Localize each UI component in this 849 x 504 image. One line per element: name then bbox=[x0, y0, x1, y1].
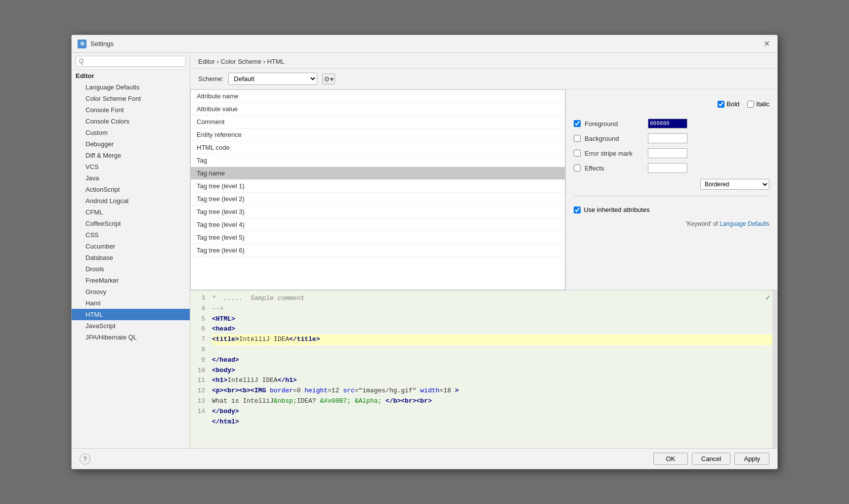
token-attribute-name[interactable]: Attribute name bbox=[191, 90, 565, 103]
sidebar-item-console-font[interactable]: Console Font bbox=[72, 104, 190, 116]
sidebar-item-freemarker[interactable]: FreeMarker bbox=[72, 275, 190, 286]
sidebar-item-cfml[interactable]: CFML bbox=[72, 207, 190, 218]
sidebar-item-custom[interactable]: Custom bbox=[72, 127, 190, 138]
foreground-row: Foreground 000080 bbox=[574, 119, 769, 128]
dialog-title: Settings bbox=[90, 40, 114, 47]
close-button[interactable]: ✕ bbox=[762, 39, 771, 49]
sidebar-item-vcs[interactable]: VCS bbox=[72, 161, 190, 172]
sidebar-item-css[interactable]: CSS bbox=[72, 229, 190, 241]
foreground-checkbox[interactable] bbox=[574, 120, 581, 127]
error-stripe-label: Error stripe mark bbox=[585, 150, 644, 157]
background-label: Background bbox=[585, 135, 644, 142]
sidebar-item-java[interactable]: Java bbox=[72, 172, 190, 184]
settings-dialog: ⚙ Settings ✕ Editor Language Defaults Co… bbox=[71, 35, 778, 469]
keyword-note: 'Keyword' of Language Defaults bbox=[574, 220, 769, 227]
italic-text: Italic bbox=[756, 100, 769, 108]
title-bar: ⚙ Settings ✕ bbox=[72, 35, 777, 53]
inherited-checkbox[interactable] bbox=[574, 207, 581, 213]
sidebar-item-jpa[interactable]: JPA/Hibernate QL bbox=[72, 332, 190, 343]
foreground-hex: 000080 bbox=[648, 120, 671, 127]
error-stripe-color-box[interactable] bbox=[648, 148, 687, 158]
of-text: of bbox=[713, 220, 718, 227]
bold-checkbox[interactable] bbox=[718, 101, 724, 108]
code-content: * ..... Sample comment --> <HTML> <head>… bbox=[208, 291, 777, 448]
italic-label[interactable]: Italic bbox=[747, 100, 769, 108]
token-comment[interactable]: Comment bbox=[191, 116, 565, 128]
scheme-label: Scheme: bbox=[198, 75, 223, 83]
token-tag[interactable]: Tag bbox=[191, 154, 565, 167]
inherited-label: Use inherited attributes bbox=[584, 206, 650, 213]
preview-checkmark: ✓ bbox=[765, 293, 770, 302]
italic-checkbox[interactable] bbox=[747, 101, 754, 108]
help-button[interactable]: ? bbox=[80, 454, 90, 464]
keyword-text: 'Keyword' bbox=[686, 220, 711, 227]
token-html-code[interactable]: HTML code bbox=[191, 141, 565, 154]
editor-area: Attribute name Attribute value Comment E… bbox=[190, 89, 777, 290]
bold-label[interactable]: Bold bbox=[718, 100, 739, 108]
sidebar-item-color-scheme-font[interactable]: Color Scheme Font bbox=[72, 93, 190, 104]
effects-row: Effects bbox=[574, 163, 769, 173]
ok-button[interactable]: OK bbox=[653, 453, 688, 465]
language-defaults-link[interactable]: Language Defaults bbox=[720, 220, 769, 227]
preview-area: ✓ 34567891011121314 * ..... Sample comme… bbox=[190, 290, 777, 448]
error-stripe-checkbox[interactable] bbox=[574, 150, 581, 157]
dialog-body: Editor Language Defaults Color Scheme Fo… bbox=[72, 53, 777, 448]
sidebar-item-haml[interactable]: Haml bbox=[72, 297, 190, 309]
token-tag-tree-3[interactable]: Tag tree (level 3) bbox=[191, 206, 565, 218]
token-list: Attribute name Attribute value Comment E… bbox=[190, 89, 565, 290]
footer-left: ? bbox=[80, 454, 649, 464]
main-content: Editor › Color Scheme › HTML Scheme: Def… bbox=[190, 53, 777, 448]
background-checkbox[interactable] bbox=[574, 135, 581, 142]
token-tag-name[interactable]: Tag name bbox=[191, 167, 565, 180]
scheme-select[interactable]: Default Darcula High contrast Monokai bbox=[228, 73, 317, 85]
sidebar: Editor Language Defaults Color Scheme Fo… bbox=[72, 53, 190, 448]
sidebar-item-groovy[interactable]: Groovy bbox=[72, 286, 190, 297]
sidebar-item-debugger[interactable]: Debugger bbox=[72, 138, 190, 150]
divider bbox=[574, 196, 769, 196]
foreground-color-box[interactable]: 000080 bbox=[648, 119, 687, 128]
effects-color-box[interactable] bbox=[648, 163, 687, 173]
sidebar-item-html[interactable]: HTML bbox=[72, 309, 190, 320]
sidebar-item-javascript[interactable]: JavaScript bbox=[72, 320, 190, 332]
app-icon: ⚙ bbox=[78, 40, 86, 48]
line-numbers: 34567891011121314 bbox=[190, 291, 208, 448]
scrollbar[interactable] bbox=[772, 291, 777, 448]
background-row: Background bbox=[574, 133, 769, 143]
sidebar-item-editor[interactable]: Editor bbox=[72, 70, 190, 82]
scheme-bar: Scheme: Default Darcula High contrast Mo… bbox=[190, 69, 777, 89]
sidebar-item-diff-merge[interactable]: Diff & Merge bbox=[72, 150, 190, 161]
token-tag-tree-4[interactable]: Tag tree (level 4) bbox=[191, 218, 565, 231]
style-checks: Bold Italic bbox=[574, 97, 769, 114]
sidebar-item-android-logcat[interactable]: Android Logcat bbox=[72, 195, 190, 207]
effects-checkbox[interactable] bbox=[574, 165, 581, 171]
background-color-box[interactable] bbox=[648, 133, 687, 143]
sidebar-item-cucumber[interactable]: Cucumber bbox=[72, 241, 190, 252]
preview-inner: 34567891011121314 * ..... Sample comment… bbox=[190, 291, 777, 448]
cancel-button[interactable]: Cancel bbox=[692, 453, 730, 465]
token-list-container: Attribute name Attribute value Comment E… bbox=[190, 89, 566, 290]
effects-dropdown[interactable]: Bordered Underscored Bold underscored Un… bbox=[700, 179, 769, 190]
token-tag-tree-2[interactable]: Tag tree (level 2) bbox=[191, 193, 565, 206]
apply-button[interactable]: Apply bbox=[734, 453, 769, 465]
token-entity-reference[interactable]: Entity reference bbox=[191, 128, 565, 141]
token-tag-tree-1[interactable]: Tag tree (level 1) bbox=[191, 180, 565, 193]
search-input[interactable] bbox=[76, 56, 186, 67]
sidebar-item-coffeescript[interactable]: CoffeeScript bbox=[72, 218, 190, 229]
sidebar-item-console-colors[interactable]: Console Colors bbox=[72, 116, 190, 127]
sidebar-item-database[interactable]: Database bbox=[72, 252, 190, 263]
token-tag-tree-5[interactable]: Tag tree (level 5) bbox=[191, 231, 565, 244]
foreground-label: Foreground bbox=[585, 120, 644, 127]
bold-text: Bold bbox=[726, 100, 739, 108]
sidebar-item-language-defaults[interactable]: Language Defaults bbox=[72, 82, 190, 93]
sidebar-list: Editor Language Defaults Color Scheme Fo… bbox=[72, 70, 190, 448]
gear-button[interactable]: ⚙▾ bbox=[322, 74, 335, 84]
breadcrumb: Editor › Color Scheme › HTML bbox=[190, 53, 777, 69]
sidebar-item-drools[interactable]: Drools bbox=[72, 263, 190, 275]
dialog-footer: ? OK Cancel Apply bbox=[72, 448, 777, 469]
inherited-row: Use inherited attributes bbox=[574, 206, 769, 213]
title-bar-left: ⚙ Settings bbox=[78, 40, 114, 48]
token-attribute-value[interactable]: Attribute value bbox=[191, 103, 565, 116]
token-tag-tree-6[interactable]: Tag tree (level 6) bbox=[191, 244, 565, 257]
sidebar-item-actionscript[interactable]: ActionScript bbox=[72, 184, 190, 195]
search-box bbox=[72, 53, 190, 70]
